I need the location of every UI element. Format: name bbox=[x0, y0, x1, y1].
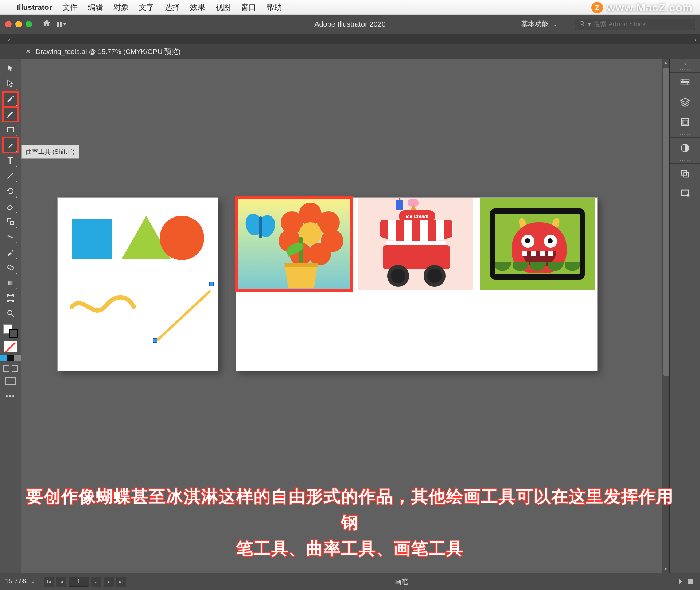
scroll-down-icon[interactable]: ▼ bbox=[662, 565, 669, 573]
draw-mode-buttons[interactable] bbox=[3, 365, 18, 372]
artboards-panel-icon[interactable] bbox=[678, 167, 692, 180]
zoom-tool[interactable] bbox=[3, 306, 18, 321]
blend-tool[interactable] bbox=[3, 260, 18, 275]
scale-tool[interactable] bbox=[3, 214, 18, 229]
artboard-shapes bbox=[58, 198, 218, 371]
svg-rect-8 bbox=[681, 79, 689, 82]
mac-menubar: Illustrator 文件 编辑 对象 文字 选择 效果 视图 窗口 帮助 Z… bbox=[0, 0, 700, 15]
artboard-index-input[interactable] bbox=[69, 577, 89, 587]
artboard-tool[interactable] bbox=[3, 291, 18, 305]
dock-handle[interactable] bbox=[678, 134, 692, 137]
watermark-text: www.MacZ.com bbox=[607, 1, 693, 14]
window-minimize-icon[interactable] bbox=[15, 21, 22, 27]
chevron-down-icon: ⌄ bbox=[553, 22, 557, 27]
status-bar: 15.77% ⌄ I◂ ◂ ⌄ ▸ ▸I 画笔 bbox=[0, 573, 700, 590]
fill-stroke-control[interactable] bbox=[2, 324, 19, 339]
arrange-documents-button[interactable]: ▾ bbox=[57, 21, 66, 27]
illustration-flower[interactable] bbox=[236, 198, 351, 290]
illustration-icecream[interactable]: Ice Cream bbox=[358, 198, 473, 290]
artboard-illustrations: Ice Cream bbox=[236, 198, 597, 371]
right-panel-dock: ‹‹ bbox=[669, 59, 700, 573]
type-tool[interactable]: T bbox=[3, 153, 18, 168]
curvature-tool[interactable] bbox=[3, 107, 18, 122]
menu-edit[interactable]: 编辑 bbox=[88, 2, 103, 12]
watermark-badge: Z bbox=[591, 2, 603, 13]
none-swatch[interactable] bbox=[4, 341, 18, 352]
expand-control-bar-left-icon[interactable]: ›› bbox=[8, 36, 9, 42]
menu-help[interactable]: 帮助 bbox=[267, 2, 282, 12]
direct-selection-tool[interactable] bbox=[3, 77, 18, 91]
vertical-scrollbar[interactable]: ▲ ▼ bbox=[662, 59, 669, 573]
menu-view[interactable]: 视图 bbox=[215, 2, 231, 12]
stop-icon[interactable] bbox=[688, 579, 693, 584]
artboard-navigator: I◂ ◂ ⌄ ▸ ▸I bbox=[40, 577, 130, 587]
left-toolbar: T ••• bbox=[0, 59, 21, 573]
menu-object[interactable]: 对象 bbox=[113, 2, 129, 12]
window-traffic-lights[interactable] bbox=[5, 21, 32, 27]
prev-artboard-button[interactable]: ◂ bbox=[56, 577, 66, 587]
eyedropper-tool[interactable] bbox=[3, 245, 18, 259]
search-icon bbox=[579, 20, 585, 28]
window-close-icon[interactable] bbox=[5, 21, 12, 27]
butterfly-icon bbox=[246, 214, 279, 243]
document-tab-bar: ✕ Drawing_tools.ai @ 15.77% (CMYK/GPU 预览… bbox=[0, 44, 700, 59]
home-button[interactable] bbox=[42, 19, 51, 30]
scroll-up-icon[interactable]: ▲ bbox=[662, 59, 669, 66]
color-mode-row[interactable] bbox=[0, 355, 22, 361]
expand-control-bar-right-icon[interactable]: ‹‹ bbox=[694, 36, 695, 42]
libraries-panel-icon[interactable] bbox=[678, 116, 692, 129]
appearance-panel-icon[interactable] bbox=[678, 141, 692, 155]
svg-rect-9 bbox=[681, 83, 689, 85]
zoom-value: 15.77% bbox=[5, 578, 27, 585]
close-tab-button[interactable]: ✕ bbox=[26, 48, 31, 55]
last-artboard-button[interactable]: ▸I bbox=[116, 577, 126, 587]
status-panel-label: 画笔 bbox=[130, 577, 672, 586]
stroke-swatch[interactable] bbox=[9, 329, 18, 338]
app-menu[interactable]: Illustrator bbox=[17, 3, 52, 12]
first-artboard-button[interactable]: I◂ bbox=[44, 577, 54, 587]
workspace-switcher[interactable]: 基本功能 ⌄ bbox=[516, 17, 562, 31]
menu-select[interactable]: 选择 bbox=[164, 2, 180, 12]
illustration-monster[interactable] bbox=[480, 198, 595, 290]
app-titlebar: ▾ Adobe Illustrator 2020 基本功能 ⌄ ▾ bbox=[0, 15, 700, 34]
menu-file[interactable]: 文件 bbox=[62, 2, 78, 12]
menu-window[interactable]: 窗口 bbox=[241, 2, 256, 12]
canvas[interactable]: Ice Cream bbox=[21, 59, 662, 573]
layers-panel-icon[interactable] bbox=[678, 96, 692, 109]
menu-type[interactable]: 文字 bbox=[139, 2, 154, 12]
eraser-tool[interactable] bbox=[3, 199, 18, 214]
menu-effect[interactable]: 效果 bbox=[190, 2, 205, 12]
rectangle-tool[interactable] bbox=[3, 122, 18, 137]
svg-line-1 bbox=[8, 173, 13, 179]
selection-tool[interactable] bbox=[3, 61, 18, 76]
play-icon[interactable] bbox=[679, 579, 682, 584]
adobe-stock-search[interactable]: ▾ bbox=[575, 19, 695, 30]
window-zoom-icon[interactable] bbox=[26, 21, 32, 27]
stock-search-input[interactable] bbox=[594, 20, 690, 28]
dock-handle[interactable] bbox=[678, 69, 692, 71]
shape-circle[interactable] bbox=[160, 216, 204, 260]
work-area: T ••• 曲率工具 (Shift+`) bbox=[0, 59, 700, 573]
screen-mode-button[interactable] bbox=[5, 377, 16, 385]
search-dropdown-icon[interactable]: ▾ bbox=[588, 21, 591, 27]
document-tab-label[interactable]: Drawing_tools.ai @ 15.77% (CMYK/GPU 预览) bbox=[36, 47, 180, 56]
width-tool[interactable] bbox=[3, 230, 18, 244]
pen-tool[interactable] bbox=[3, 92, 18, 106]
zoom-level-dropdown[interactable]: 15.77% ⌄ bbox=[0, 578, 40, 585]
shape-square[interactable] bbox=[72, 219, 112, 259]
edit-toolbar-button[interactable]: ••• bbox=[5, 392, 15, 401]
asset-export-panel-icon[interactable] bbox=[678, 187, 692, 200]
artboard-dropdown-button[interactable]: ⌄ bbox=[91, 577, 101, 587]
shape-line-selected[interactable] bbox=[152, 281, 214, 343]
next-artboard-button[interactable]: ▸ bbox=[104, 577, 114, 587]
shape-wave[interactable] bbox=[70, 292, 136, 318]
collapse-dock-icon[interactable]: ‹‹ bbox=[684, 59, 685, 67]
properties-panel-icon[interactable] bbox=[678, 76, 692, 89]
svg-rect-4 bbox=[8, 281, 13, 285]
line-segment-tool[interactable] bbox=[3, 168, 18, 183]
rotate-tool[interactable] bbox=[3, 184, 18, 198]
chevron-down-icon: ▾ bbox=[63, 21, 66, 27]
gradient-tool[interactable] bbox=[3, 276, 18, 290]
dock-handle[interactable] bbox=[678, 160, 692, 163]
paintbrush-tool[interactable] bbox=[3, 138, 18, 152]
